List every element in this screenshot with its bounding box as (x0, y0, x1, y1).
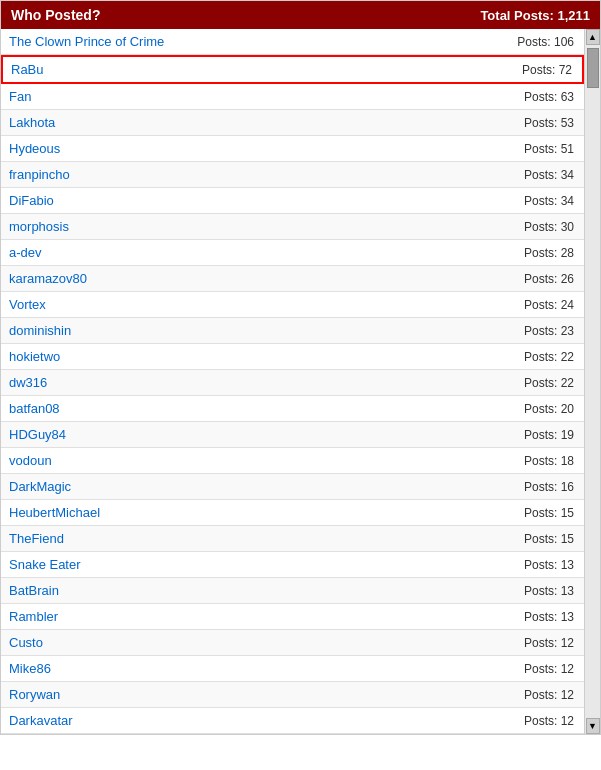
user-link[interactable]: Lakhota (9, 115, 55, 130)
post-count: Posts: 28 (524, 246, 574, 260)
scroll-thumb[interactable] (587, 48, 599, 88)
post-count: Posts: 18 (524, 454, 574, 468)
list-item: Snake EaterPosts: 13 (1, 552, 584, 578)
post-count: Posts: 15 (524, 532, 574, 546)
post-count: Posts: 30 (524, 220, 574, 234)
user-link[interactable]: karamazov80 (9, 271, 87, 286)
user-link[interactable]: HeubertMichael (9, 505, 100, 520)
post-count: Posts: 16 (524, 480, 574, 494)
post-count: Posts: 24 (524, 298, 574, 312)
post-count: Posts: 13 (524, 558, 574, 572)
user-link[interactable]: TheFiend (9, 531, 64, 546)
list-item: vodounPosts: 18 (1, 448, 584, 474)
list-item: karamazov80Posts: 26 (1, 266, 584, 292)
post-count: Posts: 34 (524, 168, 574, 182)
list-item: batfan08Posts: 20 (1, 396, 584, 422)
user-list: The Clown Prince of CrimePosts: 106RaBuP… (1, 29, 584, 734)
list-item: LakhotaPosts: 53 (1, 110, 584, 136)
list-item: a-devPosts: 28 (1, 240, 584, 266)
user-link[interactable]: dw316 (9, 375, 47, 390)
post-count: Posts: 23 (524, 324, 574, 338)
list-item: CustoPosts: 12 (1, 630, 584, 656)
post-count: Posts: 72 (522, 63, 572, 77)
list-item: HDGuy84Posts: 19 (1, 422, 584, 448)
header-title: Who Posted? (11, 7, 100, 23)
who-posted-container: Who Posted? Total Posts: 1,211 The Clown… (0, 0, 601, 735)
post-count: Posts: 15 (524, 506, 574, 520)
post-count: Posts: 13 (524, 610, 574, 624)
user-link[interactable]: BatBrain (9, 583, 59, 598)
user-link[interactable]: Fan (9, 89, 31, 104)
list-item: RorywanPosts: 12 (1, 682, 584, 708)
list-item: morphosisPosts: 30 (1, 214, 584, 240)
list-item: BatBrainPosts: 13 (1, 578, 584, 604)
header: Who Posted? Total Posts: 1,211 (1, 1, 600, 29)
scroll-down-button[interactable]: ▼ (586, 718, 600, 734)
post-count: Posts: 12 (524, 662, 574, 676)
list-item: franpinchoPosts: 34 (1, 162, 584, 188)
user-link[interactable]: vodoun (9, 453, 52, 468)
user-link[interactable]: Darkavatar (9, 713, 73, 728)
scroll-up-button[interactable]: ▲ (586, 29, 600, 45)
user-link[interactable]: Custo (9, 635, 43, 650)
post-count: Posts: 34 (524, 194, 574, 208)
user-link[interactable]: Rorywan (9, 687, 60, 702)
list-item: RaBuPosts: 72 (1, 55, 584, 84)
header-total: Total Posts: 1,211 (480, 8, 590, 23)
user-link[interactable]: Mike86 (9, 661, 51, 676)
post-count: Posts: 12 (524, 688, 574, 702)
post-count: Posts: 12 (524, 636, 574, 650)
post-count: Posts: 20 (524, 402, 574, 416)
user-link[interactable]: The Clown Prince of Crime (9, 34, 164, 49)
post-count: Posts: 63 (524, 90, 574, 104)
post-count: Posts: 106 (517, 35, 574, 49)
list-item: DiFabioPosts: 34 (1, 188, 584, 214)
list-item: The Clown Prince of CrimePosts: 106 (1, 29, 584, 55)
list-item: hokietwoPosts: 22 (1, 344, 584, 370)
post-count: Posts: 22 (524, 350, 574, 364)
user-link[interactable]: batfan08 (9, 401, 60, 416)
user-link[interactable]: Hydeous (9, 141, 60, 156)
post-count: Posts: 51 (524, 142, 574, 156)
post-count: Posts: 22 (524, 376, 574, 390)
post-count: Posts: 13 (524, 584, 574, 598)
list-item: Mike86Posts: 12 (1, 656, 584, 682)
user-link[interactable]: RaBu (11, 62, 44, 77)
user-link[interactable]: Vortex (9, 297, 46, 312)
total-value: 1,211 (557, 8, 590, 23)
content-area: The Clown Prince of CrimePosts: 106RaBuP… (1, 29, 600, 734)
user-link[interactable]: HDGuy84 (9, 427, 66, 442)
post-count: Posts: 19 (524, 428, 574, 442)
user-link[interactable]: dominishin (9, 323, 71, 338)
user-link[interactable]: DarkMagic (9, 479, 71, 494)
list-item: dw316Posts: 22 (1, 370, 584, 396)
total-label: Total Posts: (480, 8, 553, 23)
post-count: Posts: 12 (524, 714, 574, 728)
user-link[interactable]: Rambler (9, 609, 58, 624)
list-item: VortexPosts: 24 (1, 292, 584, 318)
list-item: HydeousPosts: 51 (1, 136, 584, 162)
user-link[interactable]: a-dev (9, 245, 42, 260)
list-item: RamblerPosts: 13 (1, 604, 584, 630)
list-item: FanPosts: 63 (1, 84, 584, 110)
scrollbar[interactable]: ▲ ▼ (584, 29, 600, 734)
user-link[interactable]: Snake Eater (9, 557, 81, 572)
list-item: DarkMagicPosts: 16 (1, 474, 584, 500)
post-count: Posts: 26 (524, 272, 574, 286)
list-item: dominishinPosts: 23 (1, 318, 584, 344)
list-item: TheFiendPosts: 15 (1, 526, 584, 552)
list-item: DarkavatarPosts: 12 (1, 708, 584, 734)
post-count: Posts: 53 (524, 116, 574, 130)
list-item: HeubertMichaelPosts: 15 (1, 500, 584, 526)
user-link[interactable]: morphosis (9, 219, 69, 234)
user-link[interactable]: franpincho (9, 167, 70, 182)
user-link[interactable]: DiFabio (9, 193, 54, 208)
user-link[interactable]: hokietwo (9, 349, 60, 364)
